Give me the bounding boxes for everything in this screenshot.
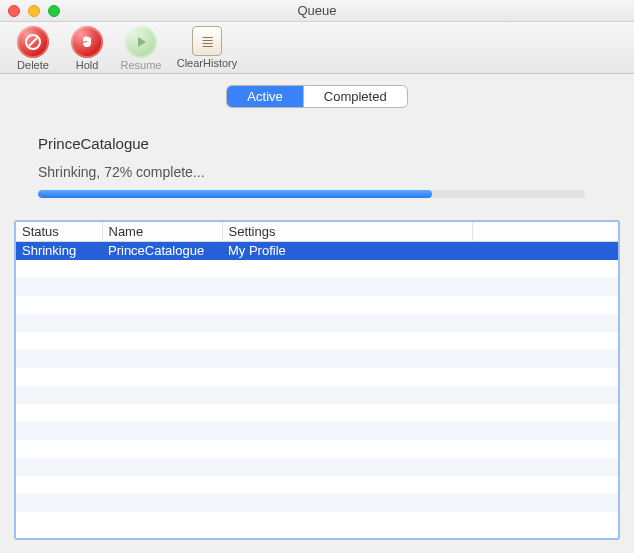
table-row-empty — [16, 494, 618, 512]
delete-label: Delete — [17, 59, 49, 71]
cell-status: Shrinking — [16, 242, 102, 260]
current-job-status: Shrinking, 72% complete... — [38, 164, 596, 180]
progress-bar — [38, 190, 585, 198]
table-row-empty — [16, 350, 618, 368]
tab-active[interactable]: Active — [227, 86, 302, 107]
table-row[interactable]: ShrinkingPrinceCatalogueMy Profile — [16, 242, 618, 260]
table-row-empty — [16, 260, 618, 278]
content-area: Active Completed PrinceCatalogue Shrinki… — [0, 74, 634, 552]
toolbar: Delete Hold Resume ClearHistory — [0, 22, 634, 74]
play-icon — [125, 26, 157, 58]
svg-marker-2 — [138, 37, 146, 47]
table-row-empty — [16, 476, 618, 494]
hand-icon — [71, 26, 103, 58]
resume-button[interactable]: Resume — [114, 26, 168, 71]
svg-line-1 — [29, 38, 37, 46]
table-row-empty — [16, 458, 618, 476]
tab-completed[interactable]: Completed — [303, 86, 407, 107]
table-row-empty — [16, 404, 618, 422]
no-entry-icon — [17, 26, 49, 58]
titlebar: Queue — [0, 0, 634, 22]
column-header-status[interactable]: Status — [16, 222, 102, 242]
table-header-row: Status Name Settings — [16, 222, 618, 242]
table-row-empty — [16, 296, 618, 314]
table-row-empty — [16, 368, 618, 386]
notebook-icon — [192, 26, 222, 56]
column-header-spacer — [472, 222, 618, 242]
column-header-settings[interactable]: Settings — [222, 222, 472, 242]
delete-button[interactable]: Delete — [6, 26, 60, 71]
queue-table[interactable]: Status Name Settings ShrinkingPrinceCata… — [14, 220, 620, 540]
clear-history-button[interactable]: ClearHistory — [168, 26, 246, 71]
window-title: Queue — [0, 3, 634, 18]
hold-label: Hold — [76, 59, 99, 71]
table-row-empty — [16, 440, 618, 458]
table-row-empty — [16, 332, 618, 350]
column-header-name[interactable]: Name — [102, 222, 222, 242]
hold-button[interactable]: Hold — [60, 26, 114, 71]
current-job-name: PrinceCatalogue — [38, 135, 596, 152]
current-job-panel: PrinceCatalogue Shrinking, 72% complete.… — [12, 127, 622, 220]
table-row-empty — [16, 386, 618, 404]
progress-fill — [38, 190, 432, 198]
table-row-empty — [16, 314, 618, 332]
table-row-empty — [16, 422, 618, 440]
tab-switcher: Active Completed — [12, 86, 622, 107]
cell-name: PrinceCatalogue — [102, 242, 222, 260]
resume-label: Resume — [121, 59, 162, 71]
table-row-empty — [16, 278, 618, 296]
cell-settings: My Profile — [222, 242, 472, 260]
clear-history-label: ClearHistory — [177, 57, 238, 69]
table-row-empty — [16, 512, 618, 530]
